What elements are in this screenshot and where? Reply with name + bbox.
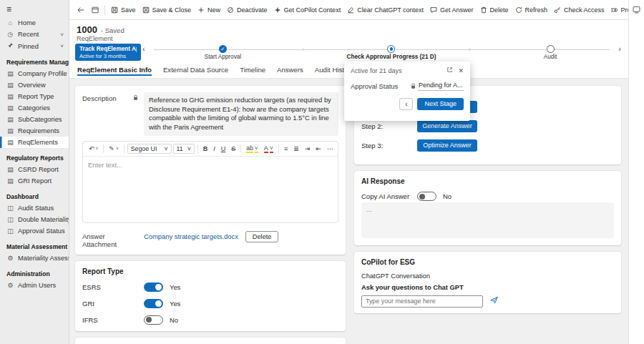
sidebar-item-reqelements[interactable]: ▤ ReqElements [0, 137, 69, 148]
gear-icon: ⚙ [6, 255, 14, 262]
sidebar-item-admin-users[interactable]: ⚙ Admin Users [0, 280, 69, 291]
sidebar-item-requirements[interactable]: ▤ Requirements [0, 125, 69, 137]
ifrs-toggle[interactable] [144, 315, 163, 325]
sidebar-item-audit-status[interactable]: ◫ Audit Status [0, 202, 69, 214]
divider [124, 144, 125, 153]
close-icon[interactable]: ✕ [458, 67, 464, 74]
sidebar-item-approval-status[interactable]: ◫ Approval Status [0, 225, 69, 237]
save-button[interactable]: Save [107, 4, 139, 16]
esrs-toggle[interactable] [144, 282, 163, 292]
chevron-down-icon: ˅ [187, 145, 191, 152]
sidebar-item-label: Categories [18, 104, 50, 112]
tab-answers[interactable]: Answers [277, 66, 303, 74]
rich-text-input[interactable]: Enter text... [83, 157, 338, 222]
sidebar-item-report-type[interactable]: ▤ Report Type [0, 91, 69, 102]
record-save-status: - Saved [101, 26, 125, 34]
sidebar-item-pinned[interactable]: Pinned ˅ [0, 40, 69, 52]
deactivate-button[interactable]: Deactivate [223, 4, 270, 16]
previous-stage-button[interactable]: ‹ [399, 98, 413, 110]
send-icon[interactable] [489, 295, 499, 308]
sidebar-item-double-materiality[interactable]: ◫ Double Materiality R... [0, 214, 69, 225]
tab-reqelement-basic-info[interactable]: ReqElement Basic Info [77, 66, 152, 74]
save-close-icon [142, 6, 150, 14]
feedback-pane-icon[interactable] [629, 5, 644, 14]
bpf-scroll-right-icon[interactable]: › [618, 45, 621, 53]
bullet-list-button[interactable]: ≡ [282, 144, 290, 153]
numbered-list-button[interactable]: ≣ [291, 144, 301, 153]
get-copilot-context-button[interactable]: Get CoPilot Context [270, 4, 344, 16]
back-button[interactable] [74, 4, 88, 16]
sidebar-item-gri-report[interactable]: ▤ GRI Report [0, 175, 69, 187]
chatgpt-message-input[interactable] [361, 295, 483, 308]
optimize-answer-button[interactable]: Optimize Answer [417, 139, 477, 152]
clear-chatgpt-context-button[interactable]: Clear ChatGPT context [343, 4, 426, 16]
sidebar-item-csrd-report[interactable]: ▤ CSRD Report [0, 164, 69, 175]
refresh-button[interactable]: Refresh [512, 4, 551, 16]
ifrs-value: No [170, 316, 178, 324]
table-icon: ▤ [6, 71, 14, 77]
ai-response-text-area[interactable]: ... [361, 202, 614, 238]
font-size-select[interactable]: 11˅ [173, 144, 195, 154]
delete-button[interactable]: Delete [477, 4, 512, 16]
new-button[interactable]: New [194, 4, 223, 16]
strikethrough-button[interactable]: S [229, 144, 238, 153]
tab-external-data-source[interactable]: External Data Source [163, 66, 228, 74]
next-stage-button[interactable]: Next Stage [417, 98, 464, 110]
indent-button[interactable]: ⇥ [303, 144, 313, 153]
get-answer-button[interactable]: Get Answer [426, 4, 477, 16]
sidebar-item-label: Requirements [18, 127, 59, 134]
bpf-stage-start-approval[interactable]: ✓ Start Approval [158, 45, 287, 60]
sparkle-icon [273, 6, 282, 14]
bpf-stage-check-approval-progress[interactable]: Check Approval Progress (21 D) [327, 45, 456, 60]
tab-timeline[interactable]: Timeline [240, 66, 265, 74]
copilot-card: CoPilot for ESG ChatGPT Conversation Ask… [354, 252, 621, 313]
italic-button[interactable]: I [211, 144, 218, 153]
bpf-stage-audit[interactable]: Audit [486, 45, 615, 60]
highlight-color-button[interactable]: ab˅ [244, 144, 260, 154]
sidebar-item-recent[interactable]: ◷ Recent ˅ [0, 29, 69, 40]
basic-info-card: Description Reference to GHG emission re… [75, 86, 346, 255]
sidebar-item-home[interactable]: ⌂ Home [0, 17, 69, 29]
prohibited-icon [226, 6, 235, 14]
plus-icon [197, 6, 205, 14]
sidebar-item-label: ReqElements [18, 139, 58, 146]
attachment-file-link[interactable]: Company strategic targets.docx [144, 232, 238, 240]
check-access-button[interactable]: Check Access [550, 4, 608, 16]
sidebar-item-categories[interactable]: ▤ Categories [0, 102, 69, 114]
undo-button[interactable]: ↶˅ [87, 144, 100, 153]
table-icon: ▤ [6, 178, 14, 185]
copy-ai-answer-value: No [443, 192, 452, 200]
copilot-heading: CoPilot for ESG [361, 258, 614, 266]
stage-label: Start Approval [158, 54, 287, 60]
hamburger-menu-icon[interactable]: ≡ [0, 0, 69, 17]
sidebar-item-materiality-assessment[interactable]: ⚙ Materiality Assessme... [0, 252, 69, 264]
gri-toggle[interactable] [144, 299, 163, 308]
copy-ai-answer-label: Copy AI Answer [361, 192, 417, 200]
sidebar-item-subcategories[interactable]: ▤ SubCategories [0, 114, 69, 125]
table-icon: ▤ [6, 82, 14, 89]
format-painter-button[interactable]: ✎˅ [107, 144, 120, 153]
sidebar-item-company-profile[interactable]: ▤ Company Profile [0, 68, 69, 79]
font-family-select[interactable]: Segoe UI˅ [127, 144, 172, 154]
bpf-process-pill[interactable]: Track ReqElement Appro... Active for 3 m… [75, 44, 141, 61]
sidebar-item-overview[interactable]: ▤ Overview [0, 79, 69, 91]
copy-ai-answer-toggle[interactable] [417, 192, 436, 201]
step-2-label: Step 2: [361, 122, 417, 130]
toolbar-overflow-button[interactable]: ⋯ [325, 144, 336, 153]
underline-button[interactable]: U [219, 144, 228, 153]
bpf-scroll-left-icon[interactable]: ‹ [142, 45, 145, 53]
font-color-button[interactable]: A˅ [262, 144, 275, 154]
generate-answer-button[interactable]: Generate Answer [417, 120, 477, 132]
pop-out-icon[interactable] [447, 67, 453, 74]
gear-icon: ⚙ [6, 282, 14, 289]
form-selector-button[interactable] [88, 4, 102, 16]
table-icon: ▤ [6, 105, 14, 112]
esrs-label: ESRS [82, 283, 144, 291]
save-and-close-button[interactable]: Save & Close [139, 4, 195, 16]
process-button[interactable]: Process [608, 4, 628, 16]
outdent-button[interactable]: ⇤ [313, 144, 323, 153]
approval-status-value[interactable]: Pending for A... [418, 81, 464, 91]
record-entity-type: ReqElement [77, 35, 628, 42]
bold-button[interactable]: B [201, 144, 210, 153]
attachment-delete-button[interactable]: Delete [245, 231, 279, 242]
